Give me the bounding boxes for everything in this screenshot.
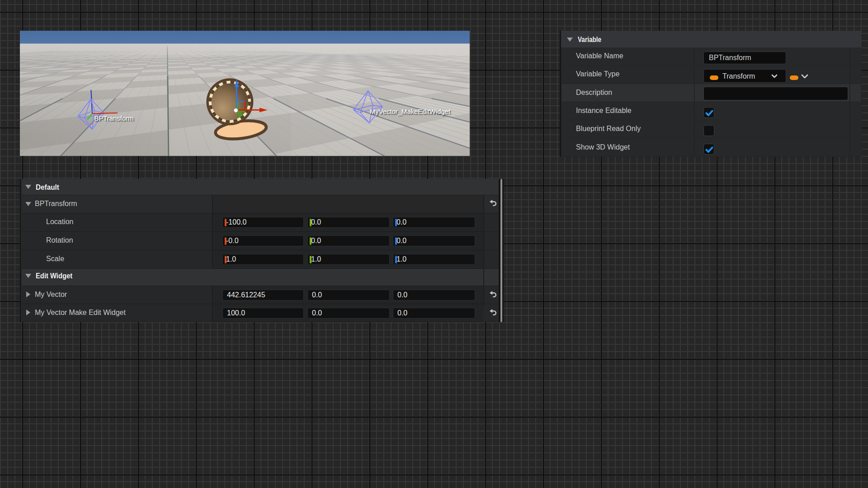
svg-text:BPTransform: BPTransform <box>94 114 134 122</box>
svg-text:MyVector_MakeEditWidget: MyVector_MakeEditWidget <box>370 108 451 115</box>
